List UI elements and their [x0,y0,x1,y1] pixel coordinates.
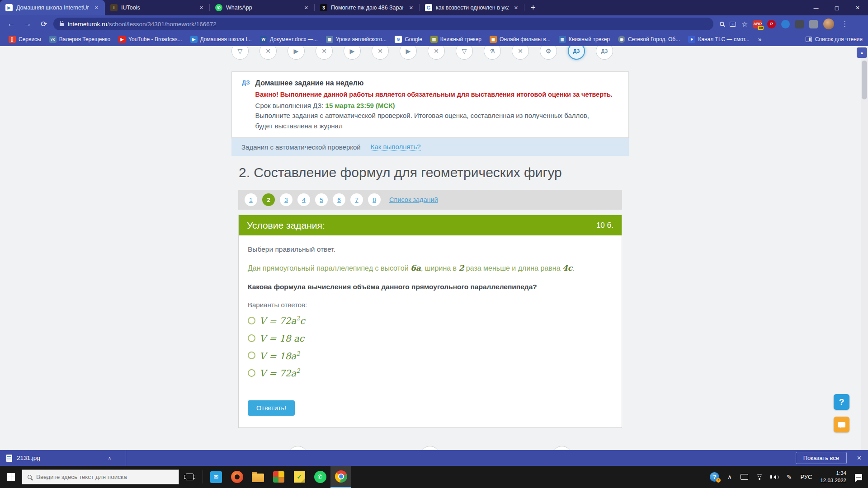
bookmark-vk[interactable]: VKВалерия Терещенко [46,34,113,44]
bookmark-google[interactable]: GGoogle [392,34,425,44]
bookmark-star-icon[interactable]: ☆ [741,20,748,28]
reload-button[interactable]: ⟳ [37,19,51,29]
video-play-icon[interactable]: ▶ [400,46,417,60]
pinterest-extension-icon[interactable]: P [767,20,776,28]
tab-znanija[interactable]: 3 Помогите пж даю 486 Заранее ✕ [315,0,420,15]
bookmark-youtube[interactable]: ▶YouTube - Broadcas... [115,34,185,44]
help-tray-button[interactable]: ? [707,466,722,488]
forward-button[interactable]: → [21,19,34,28]
task-number-1[interactable]: 1 [245,193,257,206]
task-x-icon[interactable]: ✕ [372,46,389,60]
video-play-icon[interactable]: ▶ [288,46,305,60]
reading-list-button[interactable]: Список для чтения [806,36,863,42]
bookmark-homeschool[interactable]: ▶Домашняя школа I... [187,34,255,44]
flask-icon[interactable]: ⚗ [484,46,501,60]
zoom-search-icon[interactable] [720,22,724,26]
address-bar[interactable]: interneturok.ru/school/lesson/34301/home… [53,18,713,30]
gear-icon[interactable]: ⚙ [540,46,557,60]
tab-close-icon[interactable]: ✕ [512,4,520,12]
homework-icon[interactable]: ДЗ [596,46,613,60]
page-scrollbar[interactable] [861,46,868,450]
bookmarks-overflow-chevron[interactable]: » [755,36,765,43]
downloaded-filename[interactable]: 2131.jpg [17,455,40,461]
radio-button[interactable] [248,352,255,359]
previous-task-button[interactable] [288,446,307,450]
vpn-extension-icon[interactable] [781,20,790,28]
profile-avatar[interactable] [823,19,834,29]
task-list-link[interactable]: Список заданий [389,196,438,203]
task-number-5[interactable]: 5 [315,193,328,206]
taskbar-search[interactable] [22,469,179,484]
taskbar-search-input[interactable] [36,474,173,480]
adblock-extension-icon[interactable]: ABP59 [753,20,762,28]
task-number-2-current[interactable]: 2 [262,193,275,206]
volume-button[interactable] [767,466,782,488]
tray-expand-button[interactable]: ∧ [722,466,737,488]
taskbar-app-cube[interactable] [268,466,289,488]
tab-close-icon[interactable]: ✕ [198,4,205,12]
tab-iutools[interactable]: I IUTools ✕ [105,0,210,15]
browser-menu-icon[interactable]: ⋮ [840,20,850,28]
next-task-button[interactable] [552,446,571,450]
chat-widget-button[interactable] [834,417,849,432]
bookmark-book-tracker-2[interactable]: ▥Книжный трекер [556,34,613,44]
how-to-link[interactable]: Как выполнять? [371,143,421,151]
notification-center-button[interactable] [851,466,866,488]
task-x-icon[interactable]: ✕ [428,46,445,60]
maximize-button[interactable]: ▢ [826,0,847,15]
video-play-icon[interactable]: ▶ [344,46,361,60]
task-number-7[interactable]: 7 [350,193,363,206]
bookmark-english[interactable]: ▤Уроки английского... [323,34,390,44]
tab-close-icon[interactable]: ✕ [407,4,415,12]
task-view-button[interactable] [179,466,200,488]
tablet-mode-button[interactable] [737,466,752,488]
tab-close-icon[interactable]: ✕ [93,4,100,12]
answer-option-2[interactable]: V = 18 ac [248,333,613,344]
taskbar-app-mail[interactable]: ✉ [206,466,226,488]
show-all-downloads-button[interactable]: Показать все [796,452,847,464]
task-x-icon[interactable]: ✕ [259,46,277,60]
tab-close-icon[interactable]: ✕ [302,4,310,12]
download-options-chevron[interactable]: ∧ [108,455,111,460]
extensions-puzzle-icon[interactable] [809,20,818,28]
tab-google-search[interactable]: G как возвести одночлен в указан ✕ [420,0,524,15]
funnel-icon[interactable]: ▽ [231,46,249,60]
start-button[interactable] [0,466,22,488]
bookmark-document[interactable]: WДокумент.docx —... [257,34,321,44]
task-number-3[interactable]: 3 [280,193,292,206]
scroll-to-top-button[interactable]: ▲ [857,47,867,58]
radio-button[interactable] [248,317,255,324]
scrollbar-thumb[interactable] [862,61,867,99]
scroll-top-task-button[interactable] [420,446,439,450]
bookmark-films[interactable]: ▣Онлайн фильмы в... [486,34,554,44]
bookmark-netcity[interactable]: ◉Сетевой Город. Об... [615,34,683,44]
taskbar-clock[interactable]: 1:34 12.03.2022 [816,470,851,484]
radio-button[interactable] [248,369,255,377]
task-number-6[interactable]: 6 [333,193,345,206]
bookmark-tlc[interactable]: FКанал TLC — смот... [685,34,752,44]
bookmark-servicy[interactable]: ⣿Сервисы [5,34,44,44]
tab-interneturok[interactable]: ▶ Домашняя школа InternetUrok.ru ✕ [0,0,105,15]
task-x-icon[interactable]: ✕ [316,46,333,60]
language-indicator[interactable]: РУС [797,474,816,480]
dark-extension-icon[interactable] [795,20,804,28]
submit-answer-button[interactable]: Ответить! [248,400,295,416]
homework-icon-active[interactable]: ДЗ [568,46,585,60]
radio-button[interactable] [248,334,255,342]
taskbar-file-explorer[interactable] [247,466,268,488]
task-number-4[interactable]: 4 [297,193,310,206]
pen-settings-button[interactable]: ✎ [782,466,797,488]
tab-whatsapp[interactable]: ✆ WhatsApp ✕ [210,0,315,15]
help-widget-button[interactable]: ? [834,394,849,410]
answer-option-3[interactable]: V = 18a2 [248,350,613,361]
close-shelf-icon[interactable]: ✕ [857,455,862,461]
taskbar-whatsapp[interactable]: ✆ [310,466,330,488]
bookmark-book-tracker-1[interactable]: ▥Книжный трекер [427,34,485,44]
close-button[interactable]: ✕ [847,0,868,15]
taskbar-chrome-active[interactable] [330,466,351,488]
task-x-icon[interactable]: ✕ [512,46,529,60]
task-number-8[interactable]: 8 [368,193,381,206]
funnel-icon[interactable]: ▽ [456,46,473,60]
taskbar-app-browser[interactable] [226,466,247,488]
back-button[interactable]: ← [5,19,18,28]
